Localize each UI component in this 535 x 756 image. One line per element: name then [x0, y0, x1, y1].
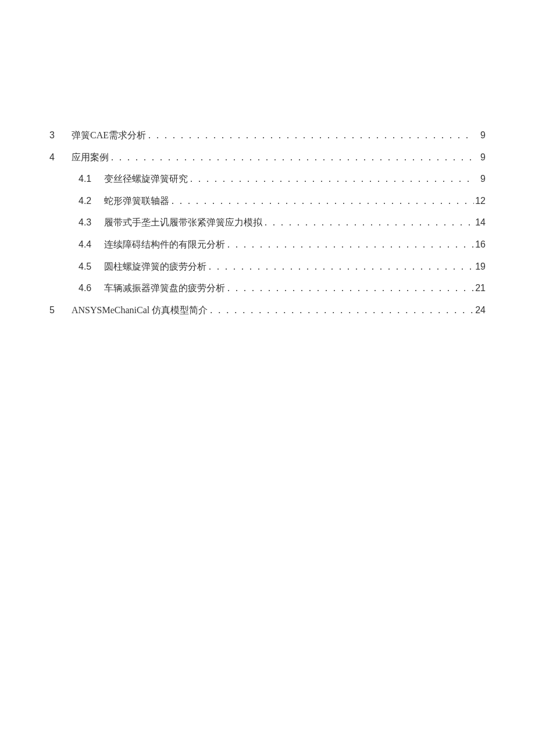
table-of-contents: 3 弹簧CAE需求分析 9 4 应用案例 9 4.1 变丝径螺旋弹簧研究 9 4… [49, 128, 486, 317]
toc-number: 3 [49, 128, 72, 143]
toc-page: 12 [474, 194, 486, 209]
toc-page: 21 [474, 281, 486, 296]
toc-leader [169, 194, 474, 209]
toc-leader [146, 128, 474, 143]
toc-leader [109, 150, 474, 165]
toc-leader [188, 171, 474, 187]
toc-number: 4.6 [79, 281, 104, 296]
toc-page: 9 [474, 150, 486, 165]
toc-page: 9 [474, 171, 486, 187]
toc-title: 弹簧CAE需求分析 [72, 128, 146, 143]
toc-leader [225, 281, 474, 296]
toc-number: 4.1 [79, 171, 104, 187]
toc-number: 4.3 [79, 215, 104, 230]
toc-entry: 4.2 蛇形弹簧联轴器 12 [79, 194, 486, 209]
toc-page: 16 [474, 237, 486, 252]
toc-entry: 4.5 圆柱螺旋弹簧的疲劳分析 19 [79, 259, 486, 274]
toc-number: 5 [49, 303, 72, 318]
toc-page: 9 [474, 128, 486, 143]
toc-entry: 4.1 变丝径螺旋弹簧研究 9 [79, 171, 486, 187]
toc-leader [206, 259, 474, 274]
toc-number: 4.2 [79, 194, 104, 209]
toc-page: 24 [474, 303, 486, 318]
toc-entry: 5 ANSYSMeChaniCal 仿真模型简介 24 [49, 303, 486, 318]
toc-page: 14 [474, 215, 486, 230]
toc-title: ANSYSMeChaniCal 仿真模型简介 [72, 303, 208, 318]
toc-entry: 4.4 连续障碍结构件的有限元分析 16 [79, 237, 486, 252]
toc-entry: 4 应用案例 9 [49, 150, 486, 165]
toc-title: 圆柱螺旋弹簧的疲劳分析 [104, 259, 206, 274]
toc-number: 4.5 [79, 259, 104, 274]
toc-title: 应用案例 [72, 150, 109, 165]
toc-title: 变丝径螺旋弹簧研究 [104, 171, 188, 187]
toc-entry: 4.6 车辆减振器弹簧盘的疲劳分析 21 [79, 281, 486, 296]
toc-number: 4 [49, 150, 72, 165]
toc-entry: 4.3 履带式手垄土讥履带张紧弹簧应力模拟 14 [79, 215, 486, 230]
toc-title: 车辆减振器弹簧盘的疲劳分析 [104, 281, 225, 296]
toc-title: 履带式手垄土讥履带张紧弹簧应力模拟 [104, 215, 262, 230]
toc-page: 19 [474, 259, 486, 274]
toc-leader [208, 303, 474, 318]
toc-leader [262, 215, 474, 230]
toc-leader [225, 237, 474, 252]
toc-entry: 3 弹簧CAE需求分析 9 [49, 128, 486, 143]
toc-number: 4.4 [79, 237, 104, 252]
toc-title: 蛇形弹簧联轴器 [104, 194, 169, 209]
toc-title: 连续障碍结构件的有限元分析 [104, 237, 225, 252]
